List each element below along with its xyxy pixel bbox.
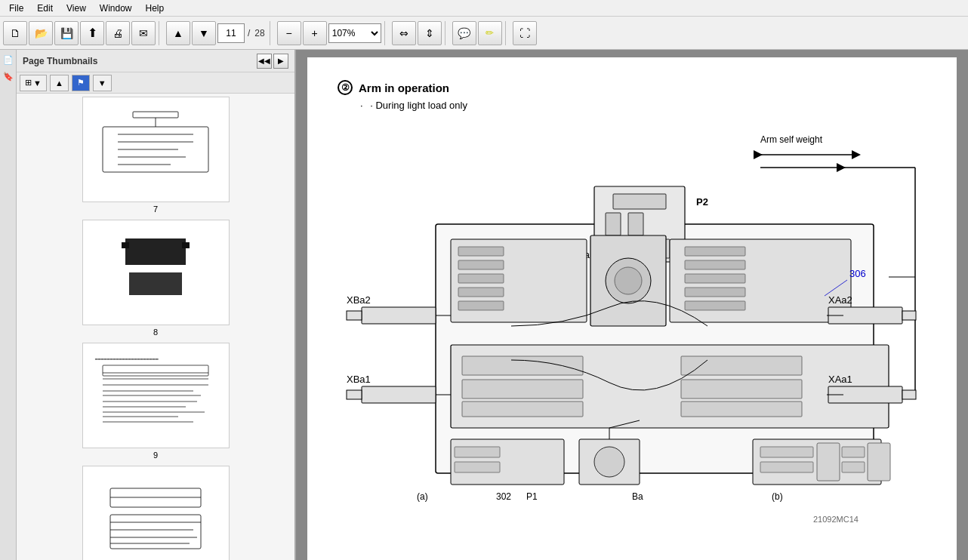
svg-text:Arm self weight: Arm self weight <box>760 134 823 145</box>
thumb-flag-button[interactable]: ⚑ <box>72 75 90 91</box>
svg-text:21092MC14: 21092MC14 <box>813 515 859 524</box>
open-button[interactable]: 📂 <box>29 21 53 45</box>
panel-nav-prev[interactable]: ◀◀ <box>257 54 272 69</box>
thumbnail-page-9[interactable]: ━━━━━━━━━━━━━━━━━━━━━ 9 <box>46 343 265 460</box>
svg-rect-60 <box>685 260 745 269</box>
grid-icon: ⊞ <box>25 78 32 88</box>
zoom-out-button[interactable]: − <box>277 21 301 45</box>
svg-rect-97 <box>455 462 500 472</box>
thumb-image-7 <box>82 97 230 202</box>
thumbnail-page-10[interactable]: 10 <box>46 466 265 560</box>
highlight-button[interactable]: ✏ <box>478 21 502 45</box>
fit-page-button[interactable]: ⇕ <box>418 21 442 45</box>
thumb-options-button[interactable]: ⊞ ▼ <box>20 75 47 91</box>
thumb-image-8 <box>82 220 230 325</box>
thumbnail-page-7[interactable]: 7 <box>46 97 265 214</box>
svg-text:306: 306 <box>849 268 866 279</box>
menu-file[interactable]: File <box>3 2 29 15</box>
svg-rect-78 <box>462 356 583 375</box>
thumb-label-7: 7 <box>153 205 158 214</box>
svg-rect-46 <box>613 194 666 209</box>
thumb-image-9: ━━━━━━━━━━━━━━━━━━━━━ <box>82 343 230 448</box>
separator-3 <box>384 21 389 45</box>
prev-page-button[interactable]: ▲ <box>166 21 190 45</box>
dropdown-arrow-icon: ▼ <box>33 78 42 88</box>
svg-rect-88 <box>902 390 916 399</box>
comment-button[interactable]: 💬 <box>452 21 476 45</box>
svg-text:(a): (a) <box>417 491 428 502</box>
svg-text:(b): (b) <box>772 491 783 502</box>
svg-rect-0 <box>133 112 178 118</box>
toolbar: 🗋 📂 💾 ⬆ 🖨 ✉ ▲ ▼ / 28 − + 50% 75% 100% 10… <box>0 17 968 50</box>
svg-rect-103 <box>817 443 840 481</box>
hydraulic-diagram: Arm self weight <box>345 126 919 526</box>
svg-rect-11 <box>182 242 190 248</box>
thumb-sort-asc-button[interactable]: ▲ <box>50 75 69 91</box>
svg-rect-13 <box>103 365 208 376</box>
menu-edit[interactable]: Edit <box>31 2 59 15</box>
page-number-input[interactable] <box>217 23 245 43</box>
zoom-in-button[interactable]: + <box>303 21 327 45</box>
panel-nav-next[interactable]: ▶ <box>273 54 288 69</box>
svg-rect-8 <box>125 238 186 265</box>
email-button[interactable]: ✉ <box>131 21 156 45</box>
panel-header: Page Thumbnails ◀◀ ▶ <box>17 50 294 72</box>
document-page: ② Arm in operation · · During light load… <box>307 57 957 560</box>
print-button[interactable]: 🖨 <box>106 21 130 45</box>
section-title: ② Arm in operation <box>338 80 926 95</box>
separator-2 <box>270 21 274 45</box>
menu-view[interactable]: View <box>60 2 92 15</box>
page-separator: / <box>248 28 250 38</box>
separator-1 <box>159 21 163 45</box>
svg-rect-59 <box>685 247 745 256</box>
svg-rect-56 <box>458 288 504 297</box>
page-thumbnails-panel: Page Thumbnails ◀◀ ▶ ⊞ ▼ ▲ ⚑ ▼ <box>17 50 296 560</box>
thumb-label-9: 9 <box>153 451 158 460</box>
edge-icon-page[interactable]: 📄 <box>2 53 15 66</box>
thumb-image-10 <box>82 466 230 560</box>
svg-rect-83 <box>681 402 802 417</box>
svg-rect-96 <box>455 447 500 457</box>
svg-rect-62 <box>685 288 745 297</box>
svg-text:P1: P1 <box>526 491 538 502</box>
thumb-label-8: 8 <box>153 328 158 337</box>
svg-rect-104 <box>842 447 865 457</box>
next-page-button[interactable]: ▼ <box>192 21 216 45</box>
svg-rect-53 <box>458 247 504 256</box>
svg-text:XAa2: XAa2 <box>828 294 852 306</box>
svg-rect-106 <box>868 443 890 481</box>
sort-desc-icon: ▼ <box>98 78 106 88</box>
menu-help[interactable]: Help <box>140 2 171 15</box>
svg-rect-47 <box>606 213 621 235</box>
svg-rect-101 <box>760 447 813 457</box>
svg-text:302: 302 <box>496 491 511 502</box>
new-button[interactable]: 🗋 <box>3 21 27 45</box>
svg-rect-61 <box>685 274 745 283</box>
menu-window[interactable]: Window <box>94 2 138 15</box>
page-content-area[interactable]: ② Arm in operation · · During light load… <box>296 50 968 560</box>
svg-text:━━━━━━━━━━━━━━━━━━━━━: ━━━━━━━━━━━━━━━━━━━━━ <box>94 357 159 362</box>
svg-rect-81 <box>681 356 802 375</box>
panel-title: Page Thumbnails <box>23 56 97 66</box>
bullet-icon: · <box>360 100 363 111</box>
edge-icon-bookmark[interactable]: 🔖 <box>2 69 15 83</box>
separator-4 <box>445 21 449 45</box>
svg-rect-55 <box>458 274 504 283</box>
upload-button[interactable]: ⬆ <box>80 21 104 45</box>
svg-rect-67 <box>362 307 436 324</box>
svg-rect-68 <box>347 311 362 320</box>
left-edge-panel: 📄 🔖 <box>0 50 17 560</box>
svg-rect-24 <box>110 488 201 507</box>
sort-asc-icon: ▲ <box>55 78 63 88</box>
fit-width-button[interactable]: ⇔ <box>392 21 416 45</box>
svg-text:XAa1: XAa1 <box>828 374 852 385</box>
save-button[interactable]: 💾 <box>54 21 79 45</box>
flag-icon: ⚑ <box>77 78 85 88</box>
section-title-text: Arm in operation <box>359 82 449 94</box>
zoom-select[interactable]: 50% 75% 100% 107% 125% 150% 200% <box>328 23 381 43</box>
thumb-sort-desc-button[interactable]: ▼ <box>93 75 112 91</box>
fullscreen-button[interactable]: ⛶ <box>513 21 537 45</box>
svg-rect-85 <box>347 390 362 399</box>
thumbnail-page-8[interactable]: 8 <box>46 220 265 337</box>
separator-5 <box>505 21 510 45</box>
